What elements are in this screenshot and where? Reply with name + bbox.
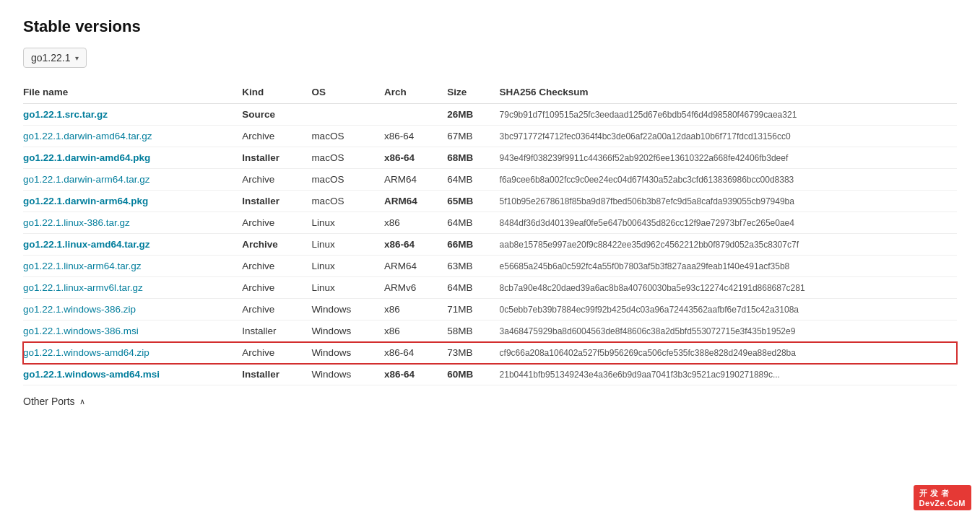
cell-kind: Installer: [242, 147, 311, 169]
table-row: go1.22.1.linux-386.tar.gzArchiveLinuxx86…: [23, 212, 957, 234]
version-label: go1.22.1: [31, 52, 71, 64]
cell-kind: Archive: [242, 126, 311, 147]
cell-arch: x86: [384, 320, 447, 342]
cell-arch: x86: [384, 212, 447, 234]
col-filename: File name: [23, 81, 242, 104]
cell-filename[interactable]: go1.22.1.linux-armv6l.tar.gz: [23, 277, 242, 299]
cell-checksum: 21b0441bfb951349243e4a36e6b9d9aa7041f3b3…: [500, 364, 957, 385]
cell-filename[interactable]: go1.22.1.src.tar.gz: [23, 104, 242, 126]
cell-filename[interactable]: go1.22.1.windows-amd64.msi: [23, 364, 242, 385]
cell-arch: x86-64: [384, 126, 447, 147]
cell-os: macOS: [311, 147, 384, 169]
table-row: go1.22.1.src.tar.gzSource26MB79c9b91d7f1…: [23, 104, 957, 126]
cell-checksum: 3bc971772f4712fec0364f4bc3de06af22a00a12…: [500, 126, 957, 147]
col-checksum: SHA256 Checksum: [500, 81, 957, 104]
cell-filename[interactable]: go1.22.1.windows-amd64.zip: [23, 342, 242, 364]
cell-size: 64MB: [447, 169, 499, 191]
dropdown-arrow-icon: ▾: [75, 54, 79, 62]
cell-size: 64MB: [447, 277, 499, 299]
cell-kind: Installer: [242, 320, 311, 342]
cell-os: Linux: [311, 234, 384, 256]
table-row: go1.22.1.darwin-amd64.tar.gzArchivemacOS…: [23, 126, 957, 147]
cell-arch: x86-64: [384, 364, 447, 385]
table-row: go1.22.1.windows-386.zipArchiveWindowsx8…: [23, 299, 957, 320]
cell-os: macOS: [311, 191, 384, 212]
cell-kind: Archive: [242, 234, 311, 256]
cell-size: 67MB: [447, 126, 499, 147]
cell-filename[interactable]: go1.22.1.windows-386.zip: [23, 299, 242, 320]
cell-kind: Archive: [242, 342, 311, 364]
table-row: go1.22.1.windows-amd64.msiInstallerWindo…: [23, 364, 957, 385]
cell-filename[interactable]: go1.22.1.darwin-amd64.tar.gz: [23, 126, 242, 147]
cell-checksum: 8cb7a90e48c20daed39a6ac8b8a40760030ba5e9…: [500, 277, 957, 299]
cell-os: Linux: [311, 277, 384, 299]
cell-filename[interactable]: go1.22.1.darwin-arm64.pkg: [23, 191, 242, 212]
cell-checksum: 8484df36d3d40139eaf0fe5e647b006435d826cc…: [500, 212, 957, 234]
cell-size: 64MB: [447, 212, 499, 234]
table-row: go1.22.1.windows-386.msiInstallerWindows…: [23, 320, 957, 342]
cell-kind: Archive: [242, 277, 311, 299]
table-row: go1.22.1.linux-amd64.tar.gzArchiveLinuxx…: [23, 234, 957, 256]
cell-os: macOS: [311, 126, 384, 147]
cell-checksum: 79c9b91d7f109515a25fc3eedaad125d67e6bdb5…: [500, 104, 957, 126]
cell-filename[interactable]: go1.22.1.darwin-arm64.tar.gz: [23, 169, 242, 191]
cell-kind: Installer: [242, 191, 311, 212]
cell-size: 65MB: [447, 191, 499, 212]
version-dropdown[interactable]: go1.22.1 ▾: [23, 48, 87, 68]
cell-filename[interactable]: go1.22.1.linux-386.tar.gz: [23, 212, 242, 234]
cell-filename[interactable]: go1.22.1.windows-386.msi: [23, 320, 242, 342]
cell-arch: x86-64: [384, 234, 447, 256]
cell-kind: Archive: [242, 212, 311, 234]
table-row: go1.22.1.darwin-arm64.tar.gzArchivemacOS…: [23, 169, 957, 191]
cell-kind: Installer: [242, 364, 311, 385]
col-kind: Kind: [242, 81, 311, 104]
cell-kind: Source: [242, 104, 311, 126]
table-row: go1.22.1.linux-arm64.tar.gzArchiveLinuxA…: [23, 256, 957, 277]
cell-checksum: aab8e15785e997ae20f9c88422ee35d962c45622…: [500, 234, 957, 256]
cell-arch: ARM64: [384, 256, 447, 277]
cell-size: 73MB: [447, 342, 499, 364]
cell-filename[interactable]: go1.22.1.linux-arm64.tar.gz: [23, 256, 242, 277]
cell-os: Windows: [311, 342, 384, 364]
cell-arch: [384, 104, 447, 126]
col-os: OS: [311, 81, 384, 104]
cell-os: Windows: [311, 364, 384, 385]
cell-arch: x86-64: [384, 147, 447, 169]
cell-arch: x86: [384, 299, 447, 320]
cell-arch: ARMv6: [384, 277, 447, 299]
cell-checksum: 0c5ebb7eb39b7884ec99f92b425d4c03a96a7244…: [500, 299, 957, 320]
col-size: Size: [447, 81, 499, 104]
cell-size: 60MB: [447, 364, 499, 385]
cell-size: 63MB: [447, 256, 499, 277]
cell-checksum: cf9c66a208a106402a527f5b956269ca506cfe53…: [500, 342, 957, 364]
cell-size: 66MB: [447, 234, 499, 256]
cell-checksum: 5f10b95e2678618f85ba9d87fbed506b3b87efc9…: [500, 191, 957, 212]
cell-size: 71MB: [447, 299, 499, 320]
col-arch: Arch: [384, 81, 447, 104]
table-row: go1.22.1.linux-armv6l.tar.gzArchiveLinux…: [23, 277, 957, 299]
cell-checksum: 3a468475929ba8d6004563de8f48606c38a2d5bf…: [500, 320, 957, 342]
cell-checksum: 943e4f9f038239f9911c44366f52ab9202f6ee13…: [500, 147, 957, 169]
cell-size: 26MB: [447, 104, 499, 126]
page-title: Stable versions: [23, 17, 957, 36]
cell-arch: x86-64: [384, 342, 447, 364]
cell-size: 58MB: [447, 320, 499, 342]
cell-arch: ARM64: [384, 169, 447, 191]
cell-os: Windows: [311, 320, 384, 342]
cell-checksum: f6a9cee6b8a002fcc9c0ee24ec04d67f430a52ab…: [500, 169, 957, 191]
cell-checksum: e56685a245b6a0c592fc4a55f0b7803af5b3f827…: [500, 256, 957, 277]
cell-filename[interactable]: go1.22.1.darwin-amd64.pkg: [23, 147, 242, 169]
table-row: go1.22.1.windows-amd64.zipArchiveWindows…: [23, 342, 957, 364]
downloads-table: File name Kind OS Arch Size SHA256 Check…: [23, 81, 957, 385]
table-row: go1.22.1.darwin-arm64.pkgInstallermacOSA…: [23, 191, 957, 212]
cell-os: macOS: [311, 169, 384, 191]
other-ports-toggle[interactable]: Other Ports ∧: [23, 396, 957, 407]
cell-os: Linux: [311, 212, 384, 234]
cell-kind: Archive: [242, 169, 311, 191]
cell-kind: Archive: [242, 256, 311, 277]
table-row: go1.22.1.darwin-amd64.pkgInstallermacOSx…: [23, 147, 957, 169]
cell-filename[interactable]: go1.22.1.linux-amd64.tar.gz: [23, 234, 242, 256]
cell-os: [311, 104, 384, 126]
chevron-up-icon: ∧: [79, 397, 85, 406]
cell-kind: Archive: [242, 299, 311, 320]
